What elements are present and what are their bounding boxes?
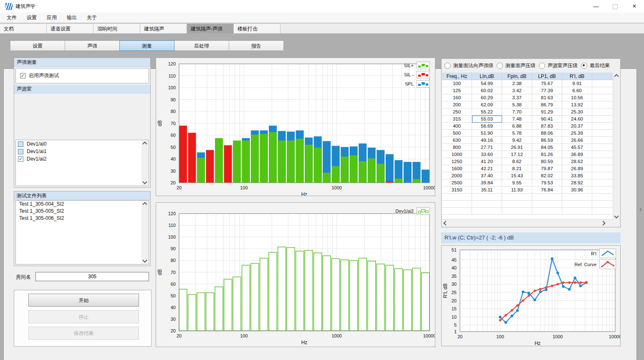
- table-cell[interactable]: 15.43: [502, 172, 532, 179]
- table-cell[interactable]: [592, 116, 613, 123]
- table-cell[interactable]: 25.39: [562, 130, 592, 137]
- table-cell[interactable]: 79.87: [532, 165, 562, 172]
- subtab-1[interactable]: 设置: [10, 40, 65, 51]
- table-cell[interactable]: 9.91: [562, 80, 592, 87]
- scroll-down-icon[interactable]: [142, 179, 147, 184]
- table-cell[interactable]: 500: [442, 130, 472, 137]
- table-cell[interactable]: [592, 123, 613, 130]
- table-cell[interactable]: 5.38: [502, 101, 532, 108]
- menu-item-4[interactable]: 输出: [62, 13, 82, 23]
- subtab-5[interactable]: 报告: [229, 40, 284, 51]
- table-cell[interactable]: [592, 201, 613, 208]
- table-cell[interactable]: 160: [442, 94, 472, 101]
- table-cell[interactable]: 2.38: [502, 80, 532, 87]
- table-cell[interactable]: 800: [442, 144, 472, 151]
- table-cell[interactable]: 28.92: [562, 179, 592, 186]
- room-name-input[interactable]: [35, 272, 149, 281]
- enable-intensity-row[interactable]: ✓ 启用声强测试: [15, 68, 149, 83]
- results-table-hscrollbar[interactable]: [442, 219, 614, 227]
- table-cell[interactable]: 91.29: [532, 108, 562, 116]
- menu-item-1[interactable]: 文件: [2, 13, 22, 23]
- close-button[interactable]: ×: [625, 0, 644, 13]
- table-cell[interactable]: 88.06: [532, 130, 562, 137]
- table-cell[interactable]: 200: [442, 101, 472, 108]
- table-cell[interactable]: 55.22: [472, 108, 502, 116]
- subtab-3[interactable]: 测量: [119, 40, 174, 51]
- table-cell[interactable]: [562, 194, 592, 201]
- table-cell[interactable]: 250: [442, 108, 472, 116]
- table-cell[interactable]: 62.09: [472, 101, 502, 108]
- radio-circle-icon[interactable]: [497, 63, 503, 69]
- table-cell[interactable]: [592, 151, 613, 158]
- maximize-button[interactable]: [606, 0, 625, 13]
- table-cell[interactable]: 86.79: [532, 101, 562, 108]
- table-cell[interactable]: 3.37: [502, 94, 532, 101]
- file-item-3[interactable]: Test 1_305-006_SI2: [16, 215, 149, 222]
- channel-row-Dev1/ai1[interactable]: Dev1/ai1: [16, 148, 149, 155]
- table-cell[interactable]: [592, 137, 613, 144]
- tab-3[interactable]: 混响时间: [93, 23, 140, 33]
- column-header[interactable]: LIn,dB: [472, 73, 502, 80]
- table-cell[interactable]: 1250: [442, 158, 472, 165]
- subtab-2[interactable]: 声强: [65, 40, 120, 51]
- table-cell[interactable]: 81.26: [532, 151, 562, 158]
- table-cell[interactable]: [472, 194, 502, 201]
- table-cell[interactable]: 51.90: [472, 130, 502, 137]
- table-cell[interactable]: [592, 172, 613, 179]
- table-cell[interactable]: 6.60: [562, 87, 592, 94]
- table-cell[interactable]: 37.40: [472, 172, 502, 179]
- table-cell[interactable]: 24.60: [562, 116, 592, 123]
- radio-circle-icon[interactable]: [444, 63, 451, 69]
- table-cell[interactable]: 39.84: [472, 179, 502, 186]
- table-cell[interactable]: 400: [442, 123, 472, 130]
- enable-intensity-checkbox[interactable]: ✓: [20, 73, 25, 78]
- table-cell[interactable]: 315: [442, 116, 472, 123]
- table-cell[interactable]: [562, 208, 592, 215]
- channel-row-Dev1/ai2[interactable]: ✓Dev1/ai2: [16, 155, 149, 163]
- table-cell[interactable]: 45.57: [562, 144, 592, 151]
- column-header[interactable]: [592, 73, 613, 80]
- table-cell[interactable]: 3150: [442, 186, 472, 194]
- table-cell[interactable]: 55.03: [472, 116, 502, 123]
- table-cell[interactable]: [592, 194, 613, 201]
- table-cell[interactable]: [592, 144, 613, 151]
- table-cell[interactable]: [592, 179, 613, 186]
- table-cell[interactable]: 79.53: [532, 179, 562, 186]
- table-cell[interactable]: 1600: [442, 165, 472, 172]
- table-cell[interactable]: [532, 208, 562, 215]
- radio-circle-icon[interactable]: [539, 63, 545, 69]
- scroll-down-icon[interactable]: [614, 214, 619, 218]
- scroll-right-icon[interactable]: [601, 221, 605, 225]
- scroll-up-icon[interactable]: [142, 202, 147, 206]
- subtab-4[interactable]: 后处理: [174, 40, 229, 51]
- table-cell[interactable]: 26.66: [562, 137, 592, 144]
- table-cell[interactable]: 26.91: [502, 144, 532, 151]
- table-cell[interactable]: 86.59: [532, 137, 562, 144]
- table-cell[interactable]: 8.21: [502, 165, 532, 172]
- table-cell[interactable]: 11.93: [502, 186, 532, 194]
- table-cell[interactable]: 28.62: [562, 158, 592, 165]
- file-list-scrollbar[interactable]: [141, 201, 148, 264]
- tab-2[interactable]: 通道设置: [47, 23, 93, 33]
- table-cell[interactable]: 9.42: [502, 137, 532, 144]
- table-cell[interactable]: [592, 108, 613, 116]
- table-cell[interactable]: 17.12: [502, 151, 532, 158]
- table-cell[interactable]: [532, 194, 562, 201]
- column-header[interactable]: FpIn, dB: [502, 73, 532, 80]
- tab-6[interactable]: 楼板打击: [234, 23, 280, 33]
- table-cell[interactable]: 125: [442, 87, 472, 94]
- table-cell[interactable]: [472, 208, 502, 215]
- radio-1[interactable]: 测量面法向声强级: [444, 62, 493, 69]
- menu-item-5[interactable]: 关于: [82, 13, 102, 23]
- table-cell[interactable]: 7.70: [502, 108, 532, 116]
- table-cell[interactable]: [442, 194, 472, 201]
- menu-item-3[interactable]: 应用: [42, 13, 62, 23]
- table-cell[interactable]: 20.37: [562, 123, 592, 130]
- table-cell[interactable]: 100: [442, 80, 472, 87]
- table-cell[interactable]: 75.67: [532, 80, 562, 87]
- table-cell[interactable]: 76.84: [532, 186, 562, 194]
- channel-checkbox[interactable]: [18, 149, 23, 154]
- table-cell[interactable]: [442, 208, 472, 215]
- column-header[interactable]: R'I, dB: [562, 73, 592, 80]
- table-cell[interactable]: 33.85: [562, 172, 592, 179]
